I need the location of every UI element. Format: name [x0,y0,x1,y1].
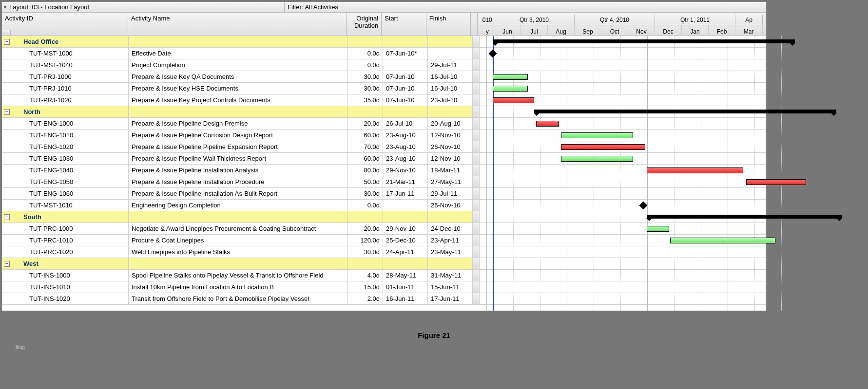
cell-activity-id: TUT-ENG-1010 [2,130,129,141]
cell-duration: 50.0d [348,176,383,187]
col-duration[interactable]: Original Duration [347,13,382,36]
cell-duration: 20.0d [348,118,383,129]
cell-activity-id: TUT-ENG-1020 [2,141,129,152]
cell-activity-id: TUT-INS-1010 [2,281,129,293]
cell-activity-name: Project Completion [129,59,348,71]
activity-row[interactable]: TUT-ENG-1060Prepare & Issue Pipeline Ins… [2,188,766,200]
collapse-icon[interactable]: − [4,109,10,115]
cell-duration: 30.0d [348,83,383,94]
cell-start: 21-Mar-11 [383,176,428,187]
cell-activity-name: Negotiate & Award Linepipes Procurement … [129,223,348,234]
cell-activity-id: TUT-PRJ-1010 [2,83,129,94]
cell-duration: 30.0d [348,246,383,258]
activity-row[interactable]: TUT-MST-1040Project Completion0.0d29-Jul… [2,59,766,71]
group-row[interactable]: −South [2,211,766,223]
activity-row[interactable]: TUT-ENG-1040Prepare & Issue Pipeline Ins… [2,165,766,176]
activity-row[interactable]: TUT-INS-1020Transit from Offshore Field … [2,293,766,305]
grid-body[interactable]: −Head OfficeTUT-MST-1000Effective Date0.… [2,36,766,311]
timescale-quarter: Qtr 4, 2010 [575,15,655,25]
group-row[interactable]: −West [2,258,766,270]
activity-row[interactable]: TUT-PRC-1010Procure & Coat Linepipes120.… [2,235,766,246]
cell-duration: 60.0d [348,153,383,164]
cell-activity-name: Prepare & Issue Pipeline Corrosion Desig… [129,130,348,141]
cell-duration: 0.0d [348,200,383,211]
cell-finish: 20-Aug-10 [428,118,473,129]
cell-activity-id: TUT-PRC-1010 [2,235,129,246]
group-row[interactable]: −North [2,106,766,118]
group-row[interactable]: −Head Office [2,36,766,48]
cell-activity-id: TUT-PRC-1000 [2,223,129,234]
cell-duration: 35.0d [348,94,383,106]
cell-activity-id: TUT-ENG-1060 [2,188,129,199]
cell-activity-id: TUT-ENG-1050 [2,176,129,187]
layout-label: Layout: 03 - Location Layout [9,3,89,11]
cell-finish: 23-Apr-11 [428,235,473,246]
cell-duration: 0.0d [348,59,383,71]
cell-activity-id: TUT-INS-1000 [2,270,129,281]
col-activity-name[interactable]: Activity Name [128,13,347,36]
figure-caption: Figure 21 [0,330,868,340]
filter-label: Filter: All Activities [288,3,338,11]
activity-row[interactable]: TUT-ENG-1010Prepare & Issue Pipeline Cor… [2,130,766,141]
group-label: South [23,213,41,221]
cell-finish: 23-Jul-10 [428,94,473,106]
cell-activity-id: TUT-MST-1010 [2,200,129,211]
activity-row[interactable]: TUT-PRC-1000Negotiate & Award Linepipes … [2,223,766,235]
cell-finish: 12-Nov-10 [428,130,473,141]
cell-start: 24-Apr-11 [383,246,428,258]
timescale-quarter: Ap [735,15,763,25]
cell-activity-name: Prepare & Issue Pipeline Pipeline Expans… [129,141,348,152]
col-start[interactable]: Start [382,13,426,36]
cell-duration: 120.0d [348,235,383,246]
col-activity-id[interactable]: Activity ID [2,13,128,36]
activity-row[interactable]: TUT-PRJ-1000Prepare & Issue Key QA Docum… [2,71,766,83]
cell-activity-id: TUT-MST-1040 [2,59,129,71]
timescale[interactable]: 010Qtr 3, 2010Qtr 4, 2010Qtr 1, 2011ApyJ… [478,13,766,36]
activity-row[interactable]: TUT-ENG-1030Prepare & Issue Pipeline Wal… [2,153,766,165]
cell-start: 23-Aug-10 [383,130,428,141]
cell-start [383,200,428,211]
cell-activity-name: Prepare & Issue Pipeline Design Premise [129,118,348,129]
cell-finish: 26-Nov-10 [428,141,473,152]
activity-row[interactable]: TUT-MST-1010Engineering Design Completio… [2,200,766,211]
activity-row[interactable]: TUT-INS-1010Install 10km Pipeline from L… [2,281,766,293]
collapse-icon[interactable]: − [4,39,10,45]
cell-activity-id: TUT-MST-1000 [2,48,129,59]
cell-activity-name: Engineering Design Completion [129,200,348,211]
cell-activity-name: Weld Linepipes into Pipeline Stalks [129,246,348,258]
cell-start: 25-Dec-10 [383,235,428,246]
activity-row[interactable]: TUT-MST-1000Effective Date0.0d07-Jun-10* [2,48,766,59]
activity-row[interactable]: TUT-PRC-1020Weld Linepipes into Pipeline… [2,246,766,258]
cell-finish: 17-Jun-11 [428,293,473,304]
activity-row[interactable]: TUT-ENG-1020Prepare & Issue Pipeline Pip… [2,141,766,153]
cell-duration: 30.0d [348,188,383,199]
cell-finish: 12-Nov-10 [428,153,473,164]
cell-activity-id: TUT-PRJ-1000 [2,71,129,82]
sort-handle-icon[interactable] [2,30,11,36]
activity-row[interactable]: TUT-INS-1000Spool Pipeline Stalks onto P… [2,270,766,281]
group-label: Head Office [23,38,58,45]
cell-activity-name: Prepare & Issue Key QA Documents [129,71,348,82]
cell-finish: 27-May-11 [428,176,473,187]
activity-row[interactable]: TUT-PRJ-1010Prepare & Issue Key HSE Docu… [2,83,766,94]
activity-row[interactable]: TUT-PRJ-1020Prepare & Issue Key Project … [2,94,766,106]
cell-start: 23-Aug-10 [383,141,428,152]
collapse-icon[interactable]: − [4,214,10,220]
group-label: North [23,108,40,115]
cell-start: 07-Jun-10 [383,83,428,94]
timescale-year: 010 [481,15,494,25]
col-finish[interactable]: Finish [426,13,471,36]
cell-activity-name: Prepare & Issue Key HSE Documents [129,83,348,94]
watermark: blog [16,345,25,350]
collapse-icon[interactable]: − [4,261,10,267]
cell-activity-name: Transit from Offshore Field to Port & De… [129,293,348,304]
schedule-window: ▾ Layout: 03 - Location Layout Filter: A… [1,1,767,311]
activity-row[interactable]: TUT-ENG-1050Prepare & Issue Pipeline Ins… [2,176,766,188]
layout-selector[interactable]: ▾ Layout: 03 - Location Layout [2,2,285,12]
cell-finish: 26-Nov-10 [428,200,473,211]
cell-activity-id: TUT-PRC-1020 [2,246,129,258]
cell-activity-id: TUT-INS-1020 [2,293,129,304]
activity-row[interactable]: TUT-ENG-1000Prepare & Issue Pipeline Des… [2,118,766,130]
filter-selector[interactable]: Filter: All Activities [285,2,766,12]
cell-activity-id: TUT-ENG-1000 [2,118,129,129]
